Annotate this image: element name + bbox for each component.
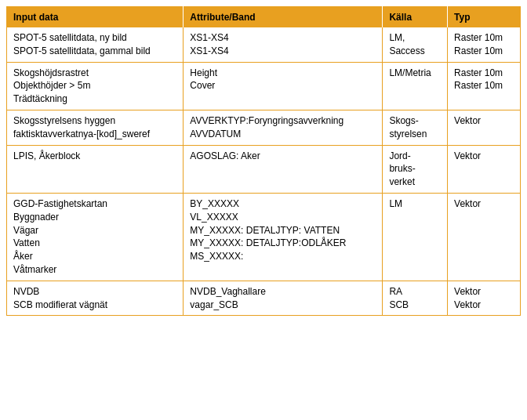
cell-typ: Vektor: [448, 193, 521, 281]
table-header-row: Input data Attribute/Band Källa Typ: [7, 7, 521, 28]
cell-attribute: AVVERKTYP:ForyngringsavverkningAVVDATUM: [184, 110, 383, 145]
cell-kalla: Jord-bruks-verket: [383, 145, 448, 193]
table-row: NVDBSCB modifierat vägnätNVDB_Vaghallare…: [7, 281, 521, 316]
cell-kalla: RASCB: [383, 281, 448, 316]
cell-input: SPOT-5 satellitdata, ny bildSPOT-5 satel…: [7, 27, 184, 62]
cell-attribute: AGOSLAG: Aker: [184, 145, 383, 193]
cell-kalla: LM: [383, 193, 448, 281]
cell-input: LPIS, Åkerblock: [7, 145, 184, 193]
cell-kalla: LM,Saccess: [383, 27, 448, 62]
table-row: SkogshöjdsrastretObjekthöjder > 5mTrädtä…: [7, 62, 521, 110]
col-header-input: Input data: [7, 7, 184, 28]
cell-typ: Vektor: [448, 145, 521, 193]
cell-typ: Raster 10mRaster 10m: [448, 27, 521, 62]
table-row: LPIS, ÅkerblockAGOSLAG: AkerJord-bruks-v…: [7, 145, 521, 193]
col-header-attribute: Attribute/Band: [184, 7, 383, 28]
cell-attribute: HeightCover: [184, 62, 383, 110]
col-header-typ: Typ: [448, 7, 521, 28]
cell-typ: VektorVektor: [448, 281, 521, 316]
cell-input: NVDBSCB modifierat vägnät: [7, 281, 184, 316]
page-wrapper: Input data Attribute/Band Källa Typ SPOT…: [0, 0, 527, 322]
cell-kalla: Skogs-styrelsen: [383, 110, 448, 145]
table-row: GGD-FastighetskartanByggnaderVägarVatten…: [7, 193, 521, 281]
cell-attribute: BY_XXXXXVL_XXXXXMY_XXXXX: DETALJTYP: VAT…: [184, 193, 383, 281]
cell-attribute: NVDB_Vaghallarevagar_SCB: [184, 281, 383, 316]
cell-input: Skogsstyrelsens hyggenfaktisktavverkatny…: [7, 110, 184, 145]
cell-typ: Raster 10mRaster 10m: [448, 62, 521, 110]
cell-typ: Vektor: [448, 110, 521, 145]
cell-kalla: LM/Metria: [383, 62, 448, 110]
cell-attribute: XS1-XS4XS1-XS4: [184, 27, 383, 62]
col-header-kalla: Källa: [383, 7, 448, 28]
cell-input: SkogshöjdsrastretObjekthöjder > 5mTrädtä…: [7, 62, 184, 110]
table-row: Skogsstyrelsens hyggenfaktisktavverkatny…: [7, 110, 521, 145]
data-table: Input data Attribute/Band Källa Typ SPOT…: [6, 6, 521, 316]
table-row: SPOT-5 satellitdata, ny bildSPOT-5 satel…: [7, 27, 521, 62]
cell-input: GGD-FastighetskartanByggnaderVägarVatten…: [7, 193, 184, 281]
